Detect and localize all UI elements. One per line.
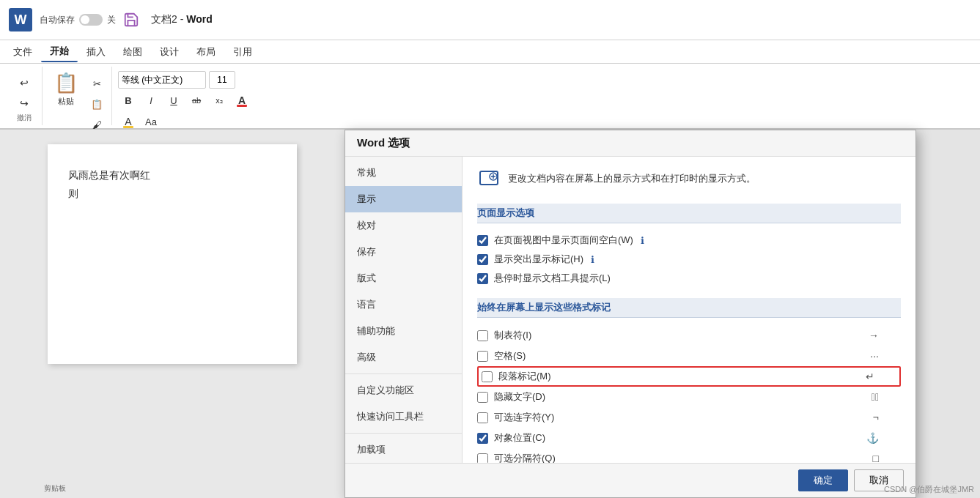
doc-title: 文档2 <box>151 13 177 25</box>
nav-item-display[interactable]: 显示 <box>345 186 462 212</box>
copy-button[interactable]: 📋 <box>86 94 107 114</box>
nav-divider2 <box>345 433 462 434</box>
content-header: 更改文档内容在屏幕上的显示方式和在打印时的显示方式。 <box>477 168 901 192</box>
checkbox-page-space[interactable] <box>477 235 488 246</box>
checkbox-optional-break[interactable] <box>477 453 488 464</box>
nav-item-accessibility[interactable]: 辅助功能 <box>345 318 462 344</box>
checkbox-tooltip[interactable] <box>477 273 488 284</box>
display-icon <box>477 168 501 192</box>
undo-redo-group: ↩ ↪ 撤消 <box>6 67 43 125</box>
highlight-icon: A <box>123 116 133 128</box>
page-display-section-title: 页面显示选项 <box>477 204 901 223</box>
highlight-button[interactable]: A <box>118 112 139 131</box>
nav-item-general[interactable]: 常规 <box>345 160 462 186</box>
dialog-overlay: Word 选项 常规 显示 校对 保存 版式 语言 辅助功能 高级 自定义功能区… <box>345 130 980 498</box>
checkbox-hidden[interactable] <box>477 392 488 403</box>
paste-button[interactable]: 📋 粘贴 <box>48 71 84 108</box>
app-name: Word <box>186 13 213 25</box>
nav-item-advanced[interactable]: 高级 <box>345 344 462 371</box>
hidden-symbol: 字̲ <box>872 391 879 403</box>
page-display-option-3: 悬停时显示文档工具提示(L) <box>477 269 901 288</box>
nav-item-customize-ribbon[interactable]: 自定义功能区 <box>345 377 462 404</box>
tab-references[interactable]: 引用 <box>224 42 261 62</box>
nav-item-language[interactable]: 语言 <box>345 291 462 318</box>
font-color-icon: A <box>237 94 247 107</box>
object-position-label: 对象位置(C) <box>494 431 545 445</box>
dialog-footer: 确定 取消 <box>345 463 915 497</box>
dialog-nav: 常规 显示 校对 保存 版式 语言 辅助功能 高级 自定义功能区 快速访问工具栏… <box>345 157 463 463</box>
checkbox-highlight[interactable] <box>477 254 488 265</box>
word-options-dialog: Word 选项 常规 显示 校对 保存 版式 语言 辅助功能 高级 自定义功能区… <box>345 130 916 498</box>
paragraph-label: 段落标记(M) <box>498 370 551 383</box>
format-mark-paragraph: 段落标记(M) ↵ <box>477 366 901 387</box>
cut-button[interactable]: ✂ <box>86 74 107 93</box>
font-size-input[interactable]: 11 <box>209 71 235 89</box>
tab-home[interactable]: 开始 <box>41 42 78 62</box>
font-name-text: 等线 (中文正文) <box>122 74 183 86</box>
font-color-button[interactable]: A <box>232 91 252 110</box>
checkbox-optional-hyphen[interactable] <box>477 412 488 423</box>
tab-layout[interactable]: 布局 <box>188 42 224 62</box>
autosave-label: 自动保存 <box>40 14 75 26</box>
checkbox-space[interactable] <box>477 351 488 362</box>
autosave-area: 自动保存 关 <box>40 14 116 26</box>
ok-button[interactable]: 确定 <box>798 469 848 491</box>
font-group: 等线 (中文正文) 11 B I U ab x₂ A A <box>114 67 275 125</box>
optional-break-label: 可选分隔符(Q) <box>494 452 556 463</box>
dialog-content: 更改文档内容在屏幕上的显示方式和在打印时的显示方式。 页面显示选项 在页面视图中… <box>463 157 915 463</box>
format-mark-space: 空格(S) ··· <box>477 346 901 366</box>
underline-button[interactable]: U <box>163 91 184 110</box>
clipboard-label: 剪贴板 <box>44 483 66 495</box>
tab-file[interactable]: 文件 <box>4 42 41 62</box>
font-name-input[interactable]: 等线 (中文正文) <box>118 71 206 89</box>
tab-symbol: → <box>869 330 879 341</box>
highlight-label: 显示突出显示标记(H) <box>494 253 583 266</box>
paragraph-symbol: ↵ <box>866 371 874 382</box>
space-symbol: ··· <box>870 350 879 362</box>
nav-item-save[interactable]: 保存 <box>345 239 462 265</box>
autosave-state: 关 <box>107 14 116 26</box>
nav-item-proofing[interactable]: 校对 <box>345 212 462 239</box>
info-icon-2: ℹ <box>591 254 594 265</box>
font-size-text: 11 <box>217 75 226 85</box>
tab-label: 制表符(I) <box>494 329 531 342</box>
redo-button[interactable]: ↪ <box>14 94 34 113</box>
main-area: 风雨总是有次啊红 则 Word 选项 常规 显示 校对 保存 版式 语言 辅助功… <box>0 130 980 498</box>
paste-label: 粘贴 <box>58 96 74 107</box>
nav-item-layout[interactable]: 版式 <box>345 265 462 291</box>
tab-design[interactable]: 设计 <box>151 42 188 62</box>
strikethrough-button[interactable]: ab <box>186 91 207 110</box>
checkbox-tab[interactable] <box>477 330 488 341</box>
format-mark-hidden: 隐藏文字(D) 字̲ <box>477 387 901 407</box>
format-marks-section: 始终在屏幕上显示这些格式标记 制表符(I) → 空格(S) ··· <box>477 298 901 463</box>
title-separator: - <box>180 13 184 25</box>
ribbon-toolbar: ↩ ↪ 撤消 📋 粘贴 ✂ 📋 🖌 剪贴板 等线 (中文正文) 11 <box>0 64 980 130</box>
dialog-body: 常规 显示 校对 保存 版式 语言 辅助功能 高级 自定义功能区 快速访问工具栏… <box>345 157 915 463</box>
save-icon[interactable] <box>123 12 139 28</box>
bold-button[interactable]: B <box>118 91 139 110</box>
italic-button[interactable]: I <box>141 91 161 110</box>
nav-item-quick-access[interactable]: 快速访问工具栏 <box>345 404 462 430</box>
format-marks-title: 始终在屏幕上显示这些格式标记 <box>477 298 901 318</box>
page-display-option-2: 显示突出显示标记(H) ℹ <box>477 250 901 269</box>
format-mark-tab: 制表符(I) → <box>477 325 901 346</box>
subscript-button[interactable]: x₂ <box>209 91 229 110</box>
doc-line1: 风雨总是有次啊红 <box>68 166 276 185</box>
title-text: 文档2 - Word <box>151 13 213 26</box>
word-logo: W <box>9 8 32 31</box>
format-mark-optional-break: 可选分隔符(Q) □ <box>477 448 901 463</box>
dialog-title: Word 选项 <box>357 136 410 150</box>
checkbox-paragraph[interactable] <box>482 371 493 382</box>
doc-page: 风雨总是有次啊红 则 <box>48 144 297 364</box>
undo-button[interactable]: ↩ <box>14 73 34 92</box>
page-display-option-1: 在页面视图中显示页面间空白(W) ℹ <box>477 231 901 250</box>
style-button[interactable]: Aa <box>141 112 161 131</box>
checkbox-object-position[interactable] <box>477 433 488 444</box>
undo-label: 撤消 <box>17 113 32 124</box>
hidden-label: 隐藏文字(D) <box>494 390 545 404</box>
autosave-toggle[interactable] <box>79 14 103 26</box>
tab-draw[interactable]: 绘图 <box>114 42 151 62</box>
nav-divider <box>345 374 462 374</box>
tab-insert[interactable]: 插入 <box>78 42 114 62</box>
nav-item-addins[interactable]: 加载项 <box>345 436 462 463</box>
